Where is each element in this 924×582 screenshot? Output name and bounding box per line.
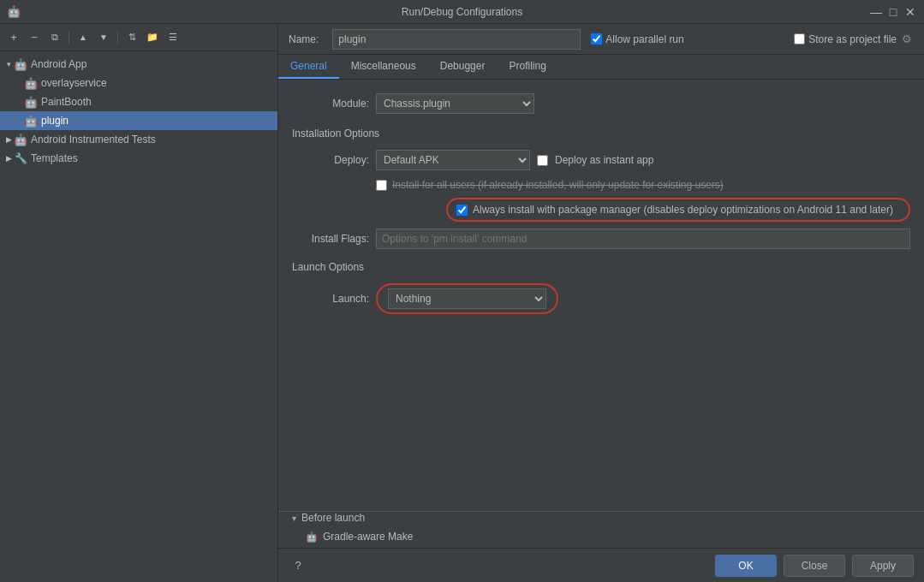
always-install-label[interactable]: Always install with package manager (dis… [473,204,893,216]
always-install-checkbox[interactable] [456,205,468,216]
module-select[interactable]: Chassis.plugin [376,93,534,114]
expand-arrow-android-app: ▾ [3,59,14,69]
title-bar: 🤖 Run/Debug Configurations — □ ✕ [0,0,924,24]
install-all-users-row: Install for all users (if already instal… [292,179,910,191]
tabs-bar: General Miscellaneous Debugger Profiling [278,55,924,80]
name-label: Name: [289,33,319,45]
maximize-button[interactable]: □ [886,5,900,19]
toolbar-separator-2 [117,31,118,45]
deploy-select[interactable]: Default APK APK from app bundle Nothing [376,150,530,170]
deploy-instant-checkbox[interactable] [537,155,548,166]
bottom-bar: ? OK Close Apply [278,548,924,582]
list-button[interactable]: ☰ [164,29,182,46]
store-project-label[interactable]: Store as project file [808,33,897,45]
deploy-row: Deploy: Default APK APK from app bundle … [292,150,910,170]
overlayservice-label: overlayservice [41,77,107,89]
module-label: Module: [292,98,369,110]
deploy-label: Deploy: [292,154,369,166]
sidebar-item-templates[interactable]: ▶ 🔧 Templates [0,149,277,168]
templates-icon: 🔧 [14,151,27,165]
arrow-overlayservice [14,78,24,88]
tab-general[interactable]: General [278,55,339,79]
add-config-button[interactable]: + [5,29,22,46]
launch-highlighted: Nothing Default Activity Specified Activ… [376,283,558,314]
installation-options-heading: Installation Options [292,128,910,140]
instrumented-tests-label: Android Instrumented Tests [31,134,156,146]
allow-parallel-checkbox-group: Allow parallel run [591,33,683,45]
close-button[interactable]: ✕ [903,5,917,19]
tab-debugger[interactable]: Debugger [428,55,498,79]
copy-config-button[interactable]: ⧉ [46,29,63,46]
allow-parallel-label[interactable]: Allow parallel run [605,33,683,45]
sidebar-item-paintbooth[interactable]: 🤖 PaintBooth [0,92,277,111]
ok-button[interactable]: OK [715,555,777,577]
install-flags-input[interactable] [376,229,910,249]
bottom-left: ? [289,556,708,575]
right-panel: Name: Allow parallel run Store as projec… [278,24,924,582]
sidebar: + − ⧉ ▲ ▼ ⇅ 📁 ☰ ▾ 🤖 Android App 🤖 overla… [0,24,278,582]
module-row: Module: Chassis.plugin [292,93,910,114]
sidebar-toolbar: + − ⧉ ▲ ▼ ⇅ 📁 ☰ [0,24,277,51]
right-panel-inner: Module: Chassis.plugin Installation Opti… [278,80,924,582]
move-up-button[interactable]: ▲ [75,29,92,46]
close-button-footer[interactable]: Close [784,555,845,577]
launch-select[interactable]: Nothing Default Activity Specified Activ… [388,288,546,309]
launch-options-heading: Launch Options [292,261,910,273]
store-project-checkbox[interactable] [794,33,805,45]
sort-button[interactable]: ⇅ [123,29,140,46]
minimize-button[interactable]: — [869,5,883,19]
install-all-users-checkbox[interactable] [376,180,387,191]
before-launch-label: Before launch [301,512,365,524]
android-app-label: Android App [31,58,86,70]
gradle-make-label: Gradle-aware Make [323,531,413,543]
sidebar-item-android-instrumented-tests[interactable]: ▶ 🤖 Android Instrumented Tests [0,130,277,149]
before-launch-arrow-icon: ▾ [292,514,296,523]
launch-options-section: Launch Options Launch: Nothing Default A… [292,261,910,314]
store-project-group: Store as project file ⚙ [794,33,914,46]
top-bar: Name: Allow parallel run Store as projec… [278,24,924,55]
always-install-highlighted: Always install with package manager (dis… [446,198,910,222]
deploy-instant-label[interactable]: Deploy as instant app [555,154,653,166]
arrow-paintbooth [14,97,24,107]
launch-label: Launch: [292,293,369,305]
overlayservice-icon: 🤖 [24,76,38,90]
install-flags-label: Install Flags: [292,233,369,245]
install-all-users-label[interactable]: Install for all users (if already instal… [392,179,724,191]
plugin-label: plugin [41,115,69,127]
app-icon: 🤖 [7,5,21,19]
install-flags-row: Install Flags: [292,229,910,249]
paintbooth-label: PaintBooth [41,96,92,108]
window-title: Run/Debug Configurations [402,6,522,18]
toolbar-separator-1 [69,31,69,45]
before-launch-section: ▾ Before launch 🤖 Gradle-aware Make [278,511,924,548]
store-project-gear-icon[interactable]: ⚙ [900,33,914,46]
instrumented-tests-icon: 🤖 [14,133,27,146]
new-folder-button[interactable]: 📁 [144,29,161,46]
apply-button[interactable]: Apply [852,555,914,577]
plugin-icon: 🤖 [24,114,38,128]
sidebar-tree: ▾ 🤖 Android App 🤖 overlayservice 🤖 Paint… [0,51,277,582]
allow-parallel-checkbox[interactable] [591,33,602,45]
gradle-icon: 🤖 [306,532,318,543]
sidebar-item-android-app[interactable]: ▾ 🤖 Android App [0,55,277,74]
expand-arrow-instrumented: ▶ [3,134,14,145]
content-scroll: Module: Chassis.plugin Installation Opti… [278,80,924,511]
arrow-plugin [14,116,24,126]
paintbooth-icon: 🤖 [24,95,38,109]
help-button[interactable]: ? [289,556,307,575]
name-input[interactable] [332,29,581,50]
window-controls: — □ ✕ [869,5,917,19]
templates-label: Templates [31,152,78,164]
remove-config-button[interactable]: − [26,29,43,46]
tab-miscellaneous[interactable]: Miscellaneous [339,55,428,79]
sidebar-item-overlayservice[interactable]: 🤖 overlayservice [0,74,277,92]
main-container: + − ⧉ ▲ ▼ ⇅ 📁 ☰ ▾ 🤖 Android App 🤖 overla… [0,24,924,582]
android-app-icon: 🤖 [14,57,27,71]
tab-profiling[interactable]: Profiling [497,55,557,79]
before-launch-item-gradle: 🤖 Gradle-aware Make [292,529,910,544]
always-install-wrapper: Always install with package manager (dis… [292,198,910,222]
move-down-button[interactable]: ▼ [95,29,112,46]
before-launch-header[interactable]: ▾ Before launch [292,512,910,524]
expand-arrow-templates: ▶ [3,153,14,163]
sidebar-item-plugin[interactable]: 🤖 plugin [0,111,277,130]
